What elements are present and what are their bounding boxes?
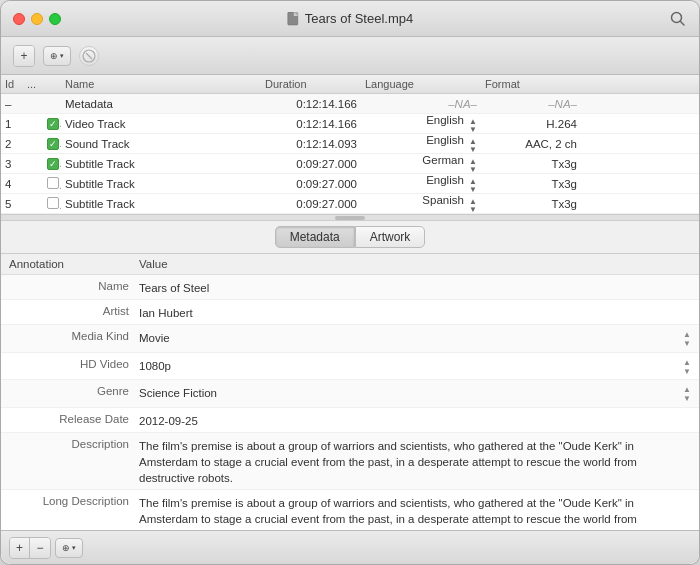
add-remove-group: + −	[9, 537, 51, 559]
table-row[interactable]: 4 Subtitle Track 0:09:27.000 English ▲▼ …	[1, 174, 699, 194]
add-track-button[interactable]: +	[14, 46, 34, 66]
label-description: Description	[9, 436, 139, 450]
row-language: –NA–	[361, 98, 481, 110]
tab-metadata[interactable]: Metadata	[275, 226, 355, 248]
row-language: English ▲▼	[361, 114, 481, 134]
traffic-lights	[13, 13, 61, 25]
meta-row-name: Name Tears of Steel	[1, 275, 699, 300]
row-name: Video Track	[61, 118, 261, 130]
media-kind-stepper[interactable]: ▲▼	[683, 331, 691, 349]
maximize-button[interactable]	[49, 13, 61, 25]
add-button[interactable]: +	[10, 538, 30, 558]
bottom-toolbar: + − ⊕ ▾	[1, 530, 699, 564]
row-id: 4	[1, 178, 23, 190]
value-media-kind: Movie ▲▼	[139, 328, 691, 349]
language-stepper[interactable]: ▲▼	[469, 178, 477, 194]
minimize-button[interactable]	[31, 13, 43, 25]
metadata-panel: Annotation Value Name Tears of Steel Art…	[1, 254, 699, 530]
value-release-date: 2012-09-25	[139, 411, 691, 429]
remove-button[interactable]: −	[30, 538, 50, 558]
track-checkbox[interactable]: ✓	[47, 118, 59, 130]
row-id: 2	[1, 138, 23, 150]
row-duration: 0:12:14.166	[261, 118, 361, 130]
language-stepper[interactable]: ▲▼	[469, 138, 477, 154]
table-row[interactable]: 3 ✓ Subtitle Track 0:09:27.000 German ▲▼…	[1, 154, 699, 174]
scroll-thumb[interactable]	[335, 216, 365, 220]
col-duration: Duration	[261, 78, 361, 90]
row-id: 5	[1, 198, 23, 210]
row-format: Tx3g	[481, 178, 581, 190]
value-description: The film's premise is about a group of w…	[139, 436, 691, 486]
window-title: Tears of Steel.mp4	[287, 11, 413, 26]
value-artist: Ian Hubert	[139, 303, 691, 321]
svg-line-4	[681, 21, 685, 25]
col-language: Language	[361, 78, 481, 90]
meta-row-artist: Artist Ian Hubert	[1, 300, 699, 325]
row-name: Subtitle Track	[61, 158, 261, 170]
row-language: Spanish ▲▼	[361, 194, 481, 214]
table-row[interactable]: – Metadata 0:12:14.166 –NA– –NA–	[1, 94, 699, 114]
track-checkbox[interactable]	[47, 197, 59, 209]
meta-row-media-kind: Media Kind Movie ▲▼	[1, 325, 699, 353]
meta-row-genre: Genre Science Fiction ▲▼	[1, 380, 699, 408]
row-format: AAC, 2 ch	[481, 138, 581, 150]
row-format: Tx3g	[481, 198, 581, 210]
meta-row-description: Description The film's premise is about …	[1, 433, 699, 490]
row-id: –	[1, 98, 23, 110]
row-name: Metadata	[61, 98, 261, 110]
row-name: Subtitle Track	[61, 198, 261, 210]
row-name: Sound Track	[61, 138, 261, 150]
col-value: Value	[139, 258, 691, 270]
language-stepper[interactable]: ▲▼	[469, 198, 477, 214]
language-stepper[interactable]: ▲▼	[469, 158, 477, 174]
col-check	[43, 78, 61, 90]
row-check[interactable]: ✓	[43, 137, 61, 150]
track-checkbox[interactable]	[47, 177, 59, 189]
row-format: Tx3g	[481, 158, 581, 170]
titlebar: Tears of Steel.mp4	[1, 1, 699, 37]
svg-line-6	[86, 53, 92, 59]
file-icon	[287, 12, 301, 26]
options-button[interactable]: ⊕ ▾	[43, 46, 71, 66]
label-long-description: Long Description	[9, 493, 139, 507]
meta-row-release-date: Release Date 2012-09-25	[1, 408, 699, 433]
label-media-kind: Media Kind	[9, 328, 139, 342]
main-toolbar: + ⊕ ▾	[1, 37, 699, 75]
col-dots: ...	[23, 78, 43, 90]
main-window: Tears of Steel.mp4 + ⊕ ▾ Id ...	[0, 0, 700, 565]
table-row[interactable]: 1 ✓ Video Track 0:12:14.166 English ▲▼ H…	[1, 114, 699, 134]
row-check[interactable]	[43, 197, 61, 211]
track-checkbox[interactable]: ✓	[47, 158, 59, 170]
meta-row-hd-video: HD Video 1080p ▲▼	[1, 353, 699, 381]
table-row[interactable]: 5 Subtitle Track 0:09:27.000 Spanish ▲▼ …	[1, 194, 699, 214]
add-remove-group: +	[13, 45, 35, 67]
table-row[interactable]: 2 ✓ Sound Track 0:12:14.093 English ▲▼ A…	[1, 134, 699, 154]
row-format: –NA–	[481, 98, 581, 110]
genre-stepper[interactable]: ▲▼	[683, 386, 691, 404]
title-text: Tears of Steel.mp4	[305, 11, 413, 26]
row-check[interactable]: ✓	[43, 117, 61, 130]
track-checkbox[interactable]: ✓	[47, 138, 59, 150]
row-language: English ▲▼	[361, 174, 481, 194]
row-check[interactable]: ✓	[43, 157, 61, 170]
tab-artwork[interactable]: Artwork	[355, 226, 426, 248]
language-stepper[interactable]: ▲▼	[469, 118, 477, 134]
label-release-date: Release Date	[9, 411, 139, 425]
row-language: English ▲▼	[361, 134, 481, 154]
track-table-header: Id ... Name Duration Language Format	[1, 75, 699, 94]
search-icon[interactable]	[669, 10, 687, 28]
action-button[interactable]: ⊕ ▾	[55, 538, 83, 558]
row-duration: 0:12:14.166	[261, 98, 361, 110]
metadata-header: Annotation Value	[1, 254, 699, 275]
label-hd-video: HD Video	[9, 356, 139, 370]
row-check[interactable]	[43, 177, 61, 191]
value-long-description: The film's premise is about a group of w…	[139, 493, 691, 530]
stop-button[interactable]	[79, 46, 99, 66]
row-id: 1	[1, 118, 23, 130]
close-button[interactable]	[13, 13, 25, 25]
col-format: Format	[481, 78, 581, 90]
hd-video-stepper[interactable]: ▲▼	[683, 359, 691, 377]
value-hd-video: 1080p ▲▼	[139, 356, 691, 377]
horizontal-scrollbar[interactable]	[1, 215, 699, 221]
row-format: H.264	[481, 118, 581, 130]
